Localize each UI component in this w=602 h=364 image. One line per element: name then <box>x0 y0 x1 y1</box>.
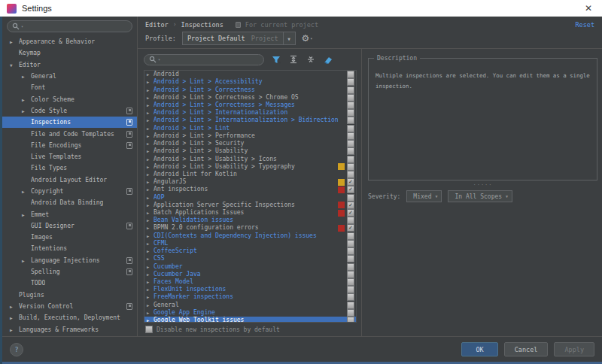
profile-combobox[interactable]: Project Default Project ▼ <box>182 32 296 45</box>
chevron-collapsed-icon[interactable]: ▶ <box>147 293 154 301</box>
inspection-enabled-checkbox[interactable] <box>347 255 354 262</box>
inspection-row-aop[interactable]: ▶AOP <box>144 194 356 202</box>
inspection-row-android-lint-performance[interactable]: ▶Android > Lint > Performance <box>144 132 356 140</box>
inspection-enabled-checkbox[interactable] <box>347 317 354 323</box>
inspection-enabled-checkbox[interactable] <box>347 117 354 124</box>
sidebar-item-copyright[interactable]: ▶Copyright <box>2 186 137 197</box>
chevron-collapsed-icon[interactable]: ▶ <box>22 189 31 194</box>
chevron-collapsed-icon[interactable]: ▶ <box>147 109 154 117</box>
chevron-collapsed-icon[interactable]: ▶ <box>147 71 154 78</box>
inspection-row-coffeescript[interactable]: ▶CoffeeScript <box>144 247 356 255</box>
splitter-handle[interactable]: ····· <box>368 180 597 189</box>
sidebar-item-editor[interactable]: ▼Editor <box>2 59 137 71</box>
sidebar-item-keymap[interactable]: Keymap <box>2 47 137 59</box>
search-history-arrow-icon[interactable]: ▾ <box>158 57 160 62</box>
breadcrumb-inspections[interactable]: Inspections <box>181 21 223 29</box>
filter-icon[interactable] <box>271 54 281 65</box>
sidebar-item-plugins[interactable]: Plugins <box>2 290 137 301</box>
sidebar-item-live-templates[interactable]: Live Templates <box>2 151 137 162</box>
sidebar-item-file-encodings[interactable]: File Encodings <box>2 140 137 151</box>
inspection-enabled-checkbox[interactable] <box>347 286 354 293</box>
ok-button[interactable]: OK <box>461 342 497 356</box>
chevron-collapsed-icon[interactable]: ▶ <box>147 156 154 163</box>
chevron-collapsed-icon[interactable]: ▶ <box>22 108 31 114</box>
sidebar-item-version-control[interactable]: ▶Version Control <box>2 301 137 312</box>
inspection-enabled-checkbox[interactable] <box>347 86 354 94</box>
inspection-enabled-checkbox[interactable]: ✓ <box>347 224 354 232</box>
chevron-collapsed-icon[interactable]: ▶ <box>22 212 31 217</box>
inspection-enabled-checkbox[interactable] <box>347 102 354 109</box>
inspection-enabled-checkbox[interactable] <box>347 71 354 78</box>
chevron-collapsed-icon[interactable]: ▶ <box>147 224 154 232</box>
profile-actions-button[interactable]: ⚙ ▾ <box>302 34 313 43</box>
sidebar-item-language-injections[interactable]: ▶Language Injections <box>2 255 137 266</box>
scope-dropdown[interactable]: In All Scopes ▼ <box>448 190 512 202</box>
sidebar-item-intentions[interactable]: Intentions <box>2 243 137 254</box>
inspection-enabled-checkbox[interactable] <box>347 147 354 155</box>
inspection-enabled-checkbox[interactable] <box>347 125 354 132</box>
inspection-row-faces-model[interactable]: ▶Faces Model <box>144 278 356 286</box>
inspection-row-cucumber-java[interactable]: ▶Cucumber Java <box>144 271 356 278</box>
inspection-row-angularjs[interactable]: ▶AngularJS✓ <box>144 178 356 186</box>
inspection-enabled-checkbox[interactable] <box>347 240 354 247</box>
chevron-collapsed-icon[interactable]: ▶ <box>147 240 154 247</box>
inspection-row-google-web-toolkit-issues[interactable]: ▶Google Web Toolkit issues <box>144 317 356 323</box>
chevron-collapsed-icon[interactable]: ▶ <box>10 315 19 320</box>
inspection-row-cucumber[interactable]: ▶Cucumber <box>144 262 356 270</box>
chevron-expanded-icon[interactable]: ▼ <box>10 62 19 68</box>
sidebar-item-android-layout-editor[interactable]: Android Layout Editor <box>2 174 137 186</box>
sidebar-item-font[interactable]: Font <box>2 82 137 93</box>
chevron-collapsed-icon[interactable]: ▶ <box>147 163 154 171</box>
inspection-enabled-checkbox[interactable]: ✓ <box>347 186 354 193</box>
chevron-collapsed-icon[interactable]: ▶ <box>147 117 154 124</box>
inspection-enabled-checkbox[interactable]: ✓ <box>347 202 354 209</box>
chevron-collapsed-icon[interactable]: ▶ <box>147 247 154 255</box>
reset-link[interactable]: Reset <box>575 21 594 29</box>
chevron-collapsed-icon[interactable]: ▶ <box>22 258 31 263</box>
inspection-enabled-checkbox[interactable] <box>347 132 354 140</box>
sidebar-item-android-data-binding[interactable]: Android Data Binding <box>2 197 137 208</box>
chevron-collapsed-icon[interactable]: ▶ <box>147 286 154 293</box>
inspection-enabled-checkbox[interactable] <box>347 109 354 117</box>
sidebar-item-general[interactable]: ▶General <box>2 71 137 82</box>
sidebar-item-build-execution-deployment[interactable]: ▶Build, Execution, Deployment <box>2 312 137 323</box>
inspection-enabled-checkbox[interactable] <box>347 302 354 309</box>
chevron-collapsed-icon[interactable]: ▶ <box>147 202 154 209</box>
sidebar-item-file-and-code-templates[interactable]: File and Code Templates <box>2 128 137 139</box>
inspection-row-general[interactable]: ▶General <box>144 302 356 309</box>
sidebar-item-file-types[interactable]: File Types <box>2 162 137 174</box>
inspection-enabled-checkbox[interactable] <box>347 140 354 147</box>
inspection-row-cdi-contexts-and-dependency-injection-issues[interactable]: ▶CDI(Contexts and Dependency Injection) … <box>144 232 356 240</box>
inspection-row-android-lint-security[interactable]: ▶Android > Lint > Security <box>144 140 356 147</box>
disable-new-inspections-checkbox[interactable] <box>145 326 153 333</box>
sidebar-item-gui-designer[interactable]: GUI Designer <box>2 220 137 232</box>
inspection-row-ant-inspections[interactable]: ▶Ant inspections✓ <box>144 186 356 193</box>
inspection-row-css[interactable]: ▶CSS <box>144 255 356 262</box>
chevron-collapsed-icon[interactable]: ▶ <box>147 271 154 278</box>
collapse-all-icon[interactable] <box>306 54 316 65</box>
inspection-enabled-checkbox[interactable] <box>347 156 354 163</box>
chevron-collapsed-icon[interactable]: ▶ <box>147 263 154 271</box>
chevron-collapsed-icon[interactable]: ▶ <box>147 186 154 193</box>
inspection-enabled-checkbox[interactable] <box>347 94 354 102</box>
inspection-row-android-lint-usability-typography[interactable]: ▶Android > Lint > Usability > Typography <box>144 163 356 171</box>
chevron-collapsed-icon[interactable]: ▶ <box>147 78 154 86</box>
sidebar-item-color-scheme[interactable]: ▶Color Scheme <box>2 93 137 105</box>
inspection-enabled-checkbox[interactable] <box>347 247 354 255</box>
inspection-enabled-checkbox[interactable] <box>347 263 354 271</box>
sidebar-item-images[interactable]: Images <box>2 232 137 243</box>
inspection-enabled-checkbox[interactable] <box>347 78 354 86</box>
chevron-collapsed-icon[interactable]: ▶ <box>147 255 154 262</box>
inspection-enabled-checkbox[interactable] <box>347 293 354 301</box>
sidebar-item-languages-frameworks[interactable]: ▶Languages & Frameworks <box>2 323 137 335</box>
inspection-enabled-checkbox[interactable] <box>347 171 354 178</box>
breadcrumb-editor[interactable]: Editor <box>145 21 169 29</box>
chevron-collapsed-icon[interactable]: ▶ <box>147 317 154 323</box>
disable-new-inspections-row[interactable]: Disable new inspections by default <box>144 323 357 335</box>
profile-dropdown-arrow-icon[interactable]: ▼ <box>283 32 295 44</box>
chevron-collapsed-icon[interactable]: ▶ <box>147 209 154 217</box>
chevron-collapsed-icon[interactable]: ▶ <box>147 178 154 186</box>
inspection-row-android-lint-correctness-chrome-os[interactable]: ▶Android > Lint > Correctness > Chrome O… <box>144 94 356 102</box>
chevron-collapsed-icon[interactable]: ▶ <box>147 302 154 309</box>
inspection-row-android-lint-internationalization-bidirectional-text[interactable]: ▶Android > Lint > Internationalization >… <box>144 117 356 124</box>
